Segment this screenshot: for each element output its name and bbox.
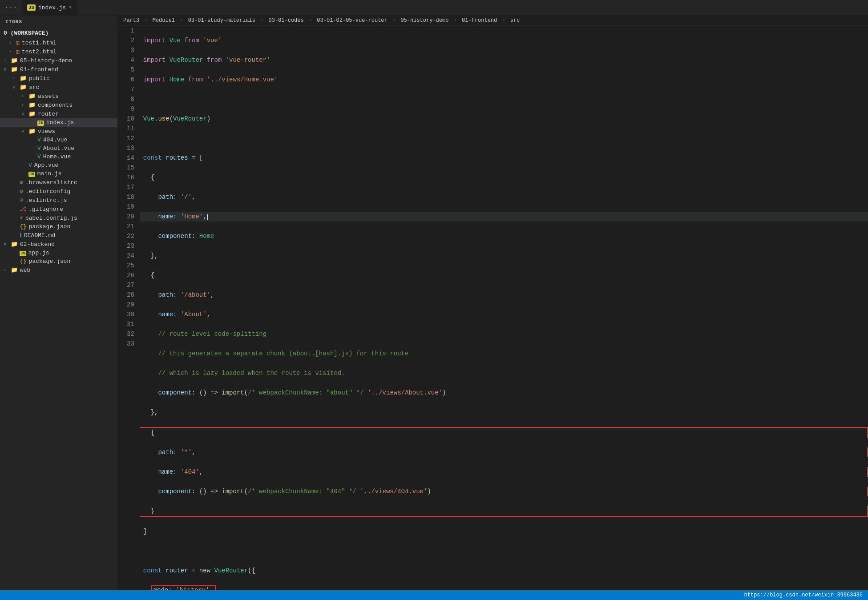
- sidebar-item-label: 05-history-demo: [20, 57, 72, 64]
- code-line-4: [140, 94, 868, 104]
- gear-icon: ⚙: [20, 188, 23, 195]
- code-line-8: {: [140, 173, 868, 182]
- sidebar-item-label: .editorconfig: [25, 188, 70, 195]
- tab-indexjs[interactable]: JS index.js ×: [22, 0, 78, 16]
- tab-close-button[interactable]: ×: [69, 4, 72, 11]
- sidebar-item-browserslist[interactable]: ⚙ .browserslistrc: [0, 178, 117, 187]
- sidebar-item-01-frontend[interactable]: ∨ 📁 01-frontend: [0, 65, 117, 74]
- code-content[interactable]: import Vue from 'vue' import VueRouter f…: [140, 26, 868, 590]
- line-numbers: 12345 678910 1112131415 1617181920 21222…: [118, 26, 140, 590]
- breadcrumb-part: src: [510, 17, 520, 24]
- code-line-10: name: 'Home',: [140, 212, 868, 221]
- arrow-icon: ›: [21, 94, 28, 99]
- sidebar-item-label: public: [29, 75, 50, 82]
- code-line-24: component: () => import(/* webpackChunkN…: [140, 487, 868, 496]
- editor-area: Part3 › Module1 › 03-01-study-materials …: [118, 16, 868, 590]
- sidebar-item-label: package.json: [29, 223, 71, 230]
- folder-icon: 📁: [28, 93, 36, 100]
- sidebar-item-public[interactable]: › 📁 public: [0, 74, 117, 83]
- sidebar-item-router[interactable]: ∨ 📁 router: [0, 109, 117, 118]
- folder-icon: 📁: [11, 66, 18, 73]
- sidebar-item-editorconfig[interactable]: ⚙ .editorconfig: [0, 187, 117, 196]
- html-icon: ◫: [16, 39, 20, 46]
- folder-icon: 📁: [28, 101, 36, 109]
- sidebar-item-src[interactable]: ∨ 📁 src: [0, 83, 117, 92]
- code-editor[interactable]: 12345 678910 1112131415 1617181920 21222…: [118, 26, 868, 590]
- sidebar-item-readme[interactable]: ℹ README.md: [0, 231, 117, 240]
- breadcrumb-part: 01-frontend: [462, 17, 497, 24]
- sidebar-item-appvue[interactable]: V App.vue: [0, 161, 117, 169]
- code-line-16: // route level code-splitting: [140, 329, 868, 339]
- code-line-14: path: '/about',: [140, 290, 868, 300]
- breadcrumb-part: 03-01-study-materials: [188, 17, 255, 24]
- arrow-icon: ∨: [4, 242, 11, 247]
- sidebar-item-web[interactable]: › 📁 web: [0, 266, 117, 274]
- workspace-header[interactable]: 0 (WORKSPACE): [0, 28, 117, 38]
- js-icon: JS: [28, 170, 35, 177]
- code-line-12: },: [140, 251, 868, 261]
- folder-icon: 📁: [11, 266, 18, 274]
- sidebar-item-test1[interactable]: › ◫ test1.html: [0, 38, 117, 47]
- sidebar-item-label: components: [38, 102, 73, 109]
- breadcrumb-part: 03-01-02-05-vue-router: [317, 17, 387, 24]
- json-icon: {}: [20, 258, 27, 265]
- sidebar-title: ITORS: [0, 16, 117, 28]
- sidebar-item-packagejson[interactable]: {} package.json: [0, 222, 117, 231]
- sidebar-item-404vue[interactable]: V 404.vue: [0, 136, 117, 144]
- code-line-28: const router = new VueRouter({: [140, 566, 868, 576]
- code-line-27: [140, 546, 868, 556]
- sidebar-item-label: src: [29, 84, 39, 91]
- sidebar-item-label: 404.vue: [43, 137, 68, 143]
- code-line-20: },: [140, 407, 868, 417]
- sidebar-item-gitignore[interactable]: ⎇ .gitignore: [0, 205, 117, 213]
- sidebar-item-label: .eslintrc.js: [25, 197, 67, 204]
- arrow-icon: ›: [21, 103, 28, 108]
- vue-icon: V: [37, 145, 41, 152]
- code-line-2: import VueRouter from 'vue-router': [140, 55, 868, 65]
- vue-icon: V: [37, 137, 41, 143]
- sidebar-item-label: package.json: [29, 258, 71, 265]
- sidebar-item-appjs[interactable]: JS app.js: [0, 249, 117, 257]
- code-line-25: }: [140, 506, 868, 517]
- breadcrumb-part: Part3: [123, 17, 139, 24]
- js-icon: JS: [20, 250, 26, 256]
- code-line-19: component: () => import(/* webpackChunkN…: [140, 388, 868, 398]
- sidebar: ITORS 0 (WORKSPACE) › ◫ test1.html › ◫ t…: [0, 16, 118, 590]
- readme-icon: ℹ: [20, 232, 22, 239]
- code-line-17: // this generates a separate chunk (abou…: [140, 349, 868, 358]
- breadcrumb-part: Module1: [153, 17, 175, 24]
- sidebar-item-label: index.js: [46, 119, 74, 126]
- sidebar-item-label: .gitignore: [28, 206, 63, 213]
- sidebar-item-mainjs[interactable]: JS main.js: [0, 169, 117, 178]
- sidebar-item-label: Home.vue: [43, 153, 71, 160]
- sidebar-item-label: 02-backend: [20, 241, 55, 248]
- code-line-5: Vue.use(VueRouter): [140, 114, 868, 124]
- folder-icon: 📁: [28, 128, 36, 135]
- sidebar-item-05-history-demo[interactable]: › 📁 05-history-demo: [0, 56, 117, 65]
- sidebar-item-test2[interactable]: › ◫ test2.html: [0, 47, 117, 56]
- sidebar-item-babelconfig[interactable]: ⚡ babel.config.js: [0, 213, 117, 222]
- sidebar-item-label: README.md: [24, 232, 55, 239]
- main-layout: ITORS 0 (WORKSPACE) › ◫ test1.html › ◫ t…: [0, 16, 868, 590]
- sidebar-item-indexjs[interactable]: JS index.js: [0, 118, 117, 127]
- folder-icon: 📁: [11, 241, 18, 248]
- sidebar-item-packagejson2[interactable]: {} package.json: [0, 257, 117, 266]
- folder-icon: 📁: [11, 57, 18, 64]
- sidebar-item-homevue[interactable]: V Home.vue: [0, 153, 117, 161]
- tab-more-button[interactable]: ···: [0, 4, 22, 12]
- code-line-6: [140, 133, 868, 143]
- sidebar-item-label: test2.html: [22, 48, 57, 55]
- sidebar-item-02-backend[interactable]: ∨ 📁 02-backend: [0, 240, 117, 249]
- arrow-icon: ›: [9, 40, 16, 45]
- sidebar-item-label: router: [38, 111, 59, 117]
- sidebar-item-aboutvue[interactable]: V About.vue: [0, 144, 117, 153]
- arrow-icon: ∨: [4, 67, 11, 72]
- sidebar-item-views[interactable]: ∨ 📁 views: [0, 127, 117, 136]
- status-bar: https://blog.csdn.net/weixin_39963436: [0, 590, 868, 600]
- sidebar-item-components[interactable]: › 📁 components: [0, 101, 117, 109]
- sidebar-item-label: web: [20, 267, 30, 274]
- code-line-1: import Vue from 'vue': [140, 36, 868, 45]
- sidebar-item-assets[interactable]: › 📁 assets: [0, 92, 117, 101]
- code-line-7: const routes = [: [140, 153, 868, 163]
- sidebar-item-eslintrc[interactable]: ⊙ .eslintrc.js: [0, 196, 117, 205]
